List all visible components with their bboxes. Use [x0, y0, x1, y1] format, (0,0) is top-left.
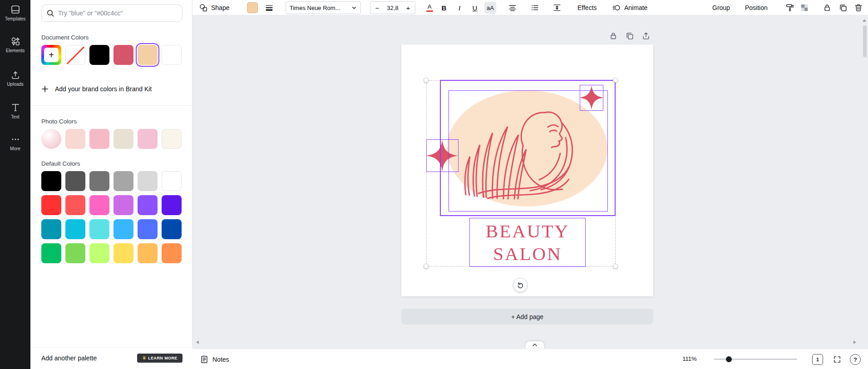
color-swatch[interactable]	[113, 45, 133, 65]
color-swatch[interactable]	[89, 45, 109, 65]
shape-button[interactable]: Shape	[199, 0, 229, 15]
font-size-decrease-button[interactable]: −	[371, 2, 383, 13]
no-color-swatch[interactable]	[65, 45, 85, 65]
animate-button[interactable]: Animate	[612, 0, 647, 15]
uploads-icon	[10, 70, 20, 80]
zoom-slider[interactable]	[714, 349, 797, 369]
add-brand-colors-button[interactable]: Add your brand colors in Brand Kit	[41, 83, 182, 95]
font-size-increase-button[interactable]: +	[402, 2, 414, 13]
color-swatch[interactable]	[65, 129, 85, 149]
color-search[interactable]	[41, 5, 182, 22]
paint-roller-icon	[785, 3, 794, 12]
color-swatch[interactable]	[162, 45, 182, 65]
duplicate-page-button[interactable]	[625, 31, 635, 41]
color-swatch[interactable]	[41, 171, 61, 191]
sidebar-item-more[interactable]: More	[0, 134, 30, 151]
scroll-right-arrow[interactable]	[853, 340, 856, 344]
color-swatch[interactable]	[65, 195, 85, 215]
stroke-weight-button[interactable]	[263, 2, 275, 14]
fullscreen-button[interactable]	[832, 354, 843, 365]
zoom-slider-thumb[interactable]	[726, 356, 732, 362]
lock-page-button[interactable]	[608, 31, 618, 41]
collapse-bottom-bar-button[interactable]	[526, 341, 544, 349]
logo-text[interactable]: BEAUTY SALON	[469, 220, 586, 265]
color-swatch[interactable]	[113, 219, 133, 239]
color-swatch[interactable]	[138, 219, 158, 239]
color-swatch[interactable]	[41, 129, 61, 149]
more-icon	[10, 134, 20, 144]
color-swatch[interactable]	[113, 129, 133, 149]
color-swatch[interactable]	[65, 219, 85, 239]
move-page-button[interactable]	[641, 31, 651, 41]
color-swatch[interactable]	[89, 219, 109, 239]
help-button[interactable]: ?	[850, 354, 861, 365]
color-swatch[interactable]	[41, 219, 61, 239]
color-swatch[interactable]	[138, 129, 158, 149]
color-swatch[interactable]	[89, 129, 109, 149]
color-swatch[interactable]	[41, 243, 61, 263]
italic-button[interactable]: I	[454, 2, 465, 14]
selection-handle-se[interactable]	[613, 264, 618, 269]
color-swatch[interactable]	[162, 219, 182, 239]
list-button[interactable]	[529, 2, 541, 14]
add-page-button[interactable]: + Add page	[401, 309, 653, 325]
alignment-button[interactable]	[507, 2, 518, 14]
font-size-value[interactable]: 32,8	[387, 5, 398, 11]
scroll-left-arrow[interactable]	[196, 340, 199, 344]
color-swatch[interactable]	[162, 129, 182, 149]
add-palette-label[interactable]: Add another palette	[41, 354, 97, 362]
rotate-handle[interactable]	[513, 278, 528, 292]
effects-button[interactable]: Effects	[577, 0, 597, 15]
sidebar-item-templates[interactable]: Templates	[0, 5, 30, 21]
lock-button[interactable]	[821, 2, 833, 14]
bullet-list-icon	[530, 3, 539, 12]
color-swatch[interactable]	[113, 243, 133, 263]
color-swatch[interactable]	[162, 243, 182, 263]
delete-button[interactable]	[853, 2, 864, 14]
bold-button[interactable]: B	[438, 2, 450, 14]
notes-button[interactable]: Notes	[200, 349, 229, 369]
canvas-page[interactable]: BEAUTY SALON	[401, 44, 653, 296]
vertical-scrollbar[interactable]	[863, 25, 867, 57]
color-swatch[interactable]	[138, 243, 158, 263]
fullscreen-icon	[833, 355, 841, 364]
selection-handle-ne[interactable]	[613, 78, 618, 83]
color-swatch[interactable]	[113, 195, 133, 215]
learn-more-badge[interactable]: ♛ LEARN MORE	[137, 354, 182, 363]
uppercase-button[interactable]: aA	[484, 2, 496, 14]
group-button[interactable]: Group	[712, 0, 730, 15]
sidebar-item-uploads[interactable]: Uploads	[0, 70, 30, 87]
editor-toolbar: Shape Times Neue Rom... − 32,8 + A B I	[192, 0, 868, 15]
text-color-button[interactable]: A	[424, 2, 435, 14]
color-swatch[interactable]	[65, 171, 85, 191]
duplicate-button[interactable]	[837, 2, 849, 14]
align-center-icon	[508, 3, 517, 12]
chevron-down-icon	[351, 5, 357, 10]
scroll-up-arrow[interactable]	[863, 19, 866, 22]
color-swatch[interactable]	[89, 243, 109, 263]
font-family-select[interactable]: Times Neue Rom...	[286, 1, 361, 14]
copy-style-button[interactable]	[784, 2, 796, 14]
sidebar-item-elements[interactable]: Elements	[0, 36, 30, 53]
color-swatch[interactable]	[89, 195, 109, 215]
color-swatch[interactable]	[113, 171, 133, 191]
position-button[interactable]: Position	[745, 0, 768, 15]
color-swatch[interactable]	[162, 195, 182, 215]
selection-handle-sw[interactable]	[424, 264, 429, 269]
add-color-swatch[interactable]: +	[41, 45, 61, 65]
color-swatch[interactable]	[89, 171, 109, 191]
spacing-button[interactable]	[551, 2, 563, 14]
color-swatch[interactable]	[162, 171, 182, 191]
search-input[interactable]	[58, 10, 178, 17]
sidebar-item-text[interactable]: Text	[0, 103, 30, 119]
color-swatch[interactable]	[138, 45, 158, 65]
color-swatch[interactable]	[41, 195, 61, 215]
fill-color-button[interactable]	[247, 2, 258, 13]
color-swatch[interactable]	[138, 171, 158, 191]
color-swatch[interactable]	[65, 243, 85, 263]
selection-handle-nw[interactable]	[424, 78, 429, 83]
underline-button[interactable]: U	[469, 2, 481, 14]
transparency-button[interactable]	[799, 2, 810, 14]
page-indicator[interactable]: 1	[812, 354, 823, 365]
color-swatch[interactable]	[138, 195, 158, 215]
